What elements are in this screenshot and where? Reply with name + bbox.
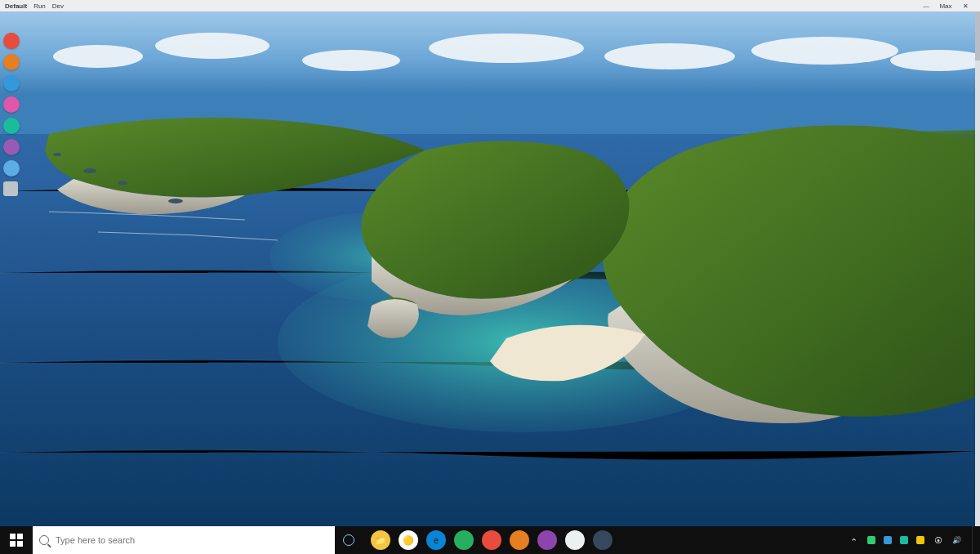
taskbar-app-app-dark-round[interactable] — [593, 530, 612, 550]
tray-overflow-button[interactable] — [848, 534, 859, 546]
svg-point-2 — [155, 33, 270, 59]
svg-rect-18 — [17, 541, 23, 547]
taskbar: 📁🟡e — [0, 526, 980, 554]
launcher-app-pink[interactable] — [3, 96, 20, 113]
svg-point-12 — [118, 181, 127, 185]
launcher-app-purple[interactable] — [3, 139, 20, 155]
volume-icon[interactable] — [951, 534, 962, 546]
window-minimize-button[interactable]: — — [916, 2, 936, 10]
desktop-wallpaper — [0, 11, 980, 526]
launcher-app-red[interactable] — [3, 33, 20, 49]
tray-amber-icon[interactable] — [915, 534, 926, 546]
taskbar-app-browser-chrome[interactable]: 🟡 — [399, 530, 418, 550]
cortana-button[interactable] — [335, 526, 363, 554]
taskbar-app-app-orange-round[interactable] — [510, 530, 529, 550]
taskbar-app-app-white-round[interactable] — [565, 530, 585, 550]
svg-point-3 — [302, 50, 400, 71]
scrollbar-thumb[interactable] — [975, 11, 980, 60]
scrollbar[interactable] — [975, 11, 980, 526]
launcher-app-teal[interactable] — [3, 118, 20, 134]
svg-point-5 — [604, 43, 735, 69]
titlebar-item-1[interactable]: Default — [5, 2, 27, 10]
svg-point-13 — [168, 199, 183, 203]
tray-status-icons — [866, 534, 926, 546]
desktop[interactable] — [0, 11, 980, 526]
tray-green-icon[interactable] — [866, 534, 877, 546]
taskbar-pinned-apps: 📁🟡e — [363, 526, 612, 554]
titlebar-item-2[interactable]: Run — [33, 2, 46, 10]
tray-blue-icon[interactable] — [882, 534, 893, 546]
svg-rect-16 — [17, 534, 23, 539]
system-tray — [843, 526, 980, 554]
taskbar-app-app-purple-round[interactable] — [537, 530, 557, 550]
window-maximize-button[interactable]: Max — [936, 2, 956, 10]
window-titlebar: Default Run Dev — Max ✕ — [0, 0, 980, 11]
search-input[interactable] — [54, 534, 328, 546]
svg-point-1 — [53, 45, 143, 68]
taskbar-app-app-red-round[interactable] — [482, 530, 501, 550]
svg-point-11 — [83, 168, 96, 173]
svg-point-6 — [751, 37, 898, 65]
taskbar-app-file-explorer[interactable]: 📁 — [371, 530, 390, 550]
launcher-app-gray[interactable] — [3, 181, 18, 196]
search-icon — [39, 535, 49, 545]
network-icon[interactable] — [933, 534, 944, 546]
windows-logo-icon — [10, 534, 23, 547]
start-button[interactable] — [0, 526, 33, 554]
svg-point-4 — [429, 34, 584, 63]
window-close-button[interactable]: ✕ — [956, 2, 975, 10]
launcher-app-orange[interactable] — [3, 54, 20, 70]
titlebar-item-3[interactable]: Dev — [52, 2, 64, 10]
show-desktop-button[interactable] — [972, 526, 975, 554]
taskbar-app-app-green[interactable] — [454, 530, 474, 550]
taskbar-app-browser-edge[interactable]: e — [426, 530, 446, 550]
titlebar-menu: Default Run Dev — [5, 2, 64, 10]
sidebar-launcher — [3, 33, 20, 196]
tray-teal-icon[interactable] — [898, 534, 910, 546]
taskbar-search[interactable] — [33, 526, 335, 554]
svg-rect-17 — [10, 541, 16, 547]
svg-rect-15 — [10, 534, 16, 539]
launcher-app-blue[interactable] — [3, 75, 20, 92]
svg-point-14 — [53, 153, 61, 156]
cortana-ring-icon — [343, 534, 354, 546]
launcher-app-sky[interactable] — [3, 160, 20, 176]
